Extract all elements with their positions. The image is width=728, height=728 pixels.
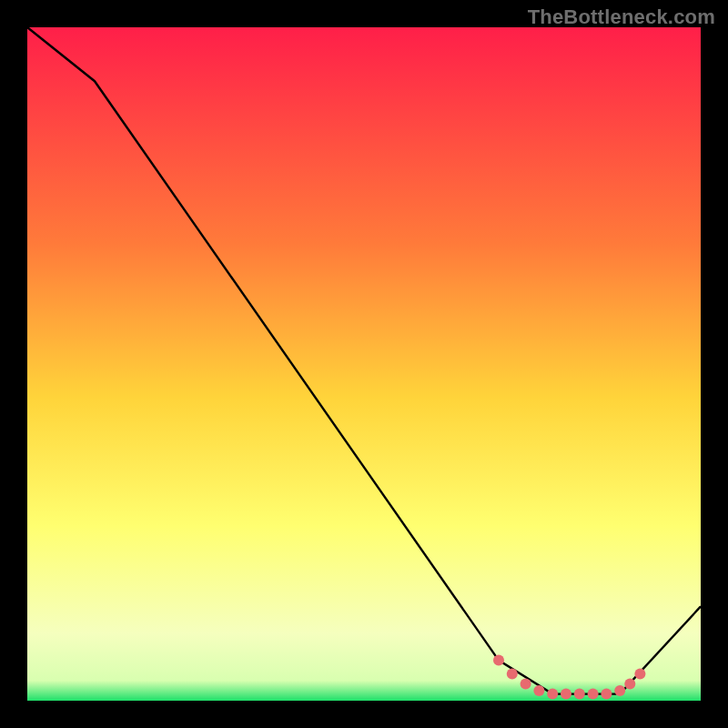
optimum-marker (574, 689, 585, 700)
bottleneck-chart (0, 0, 728, 728)
optimum-marker (493, 655, 504, 666)
optimum-marker (507, 668, 518, 679)
optimum-marker (521, 679, 531, 690)
chart-frame: TheBottleneck.com (0, 0, 728, 728)
optimum-marker (601, 689, 612, 700)
optimum-marker (533, 685, 544, 696)
optimum-marker (547, 689, 558, 700)
optimum-marker (561, 689, 571, 700)
optimum-marker (614, 685, 625, 696)
optimum-marker (624, 679, 635, 690)
optimum-marker (588, 689, 599, 700)
attribution-label: TheBottleneck.com (528, 5, 715, 29)
optimum-marker (634, 668, 645, 679)
